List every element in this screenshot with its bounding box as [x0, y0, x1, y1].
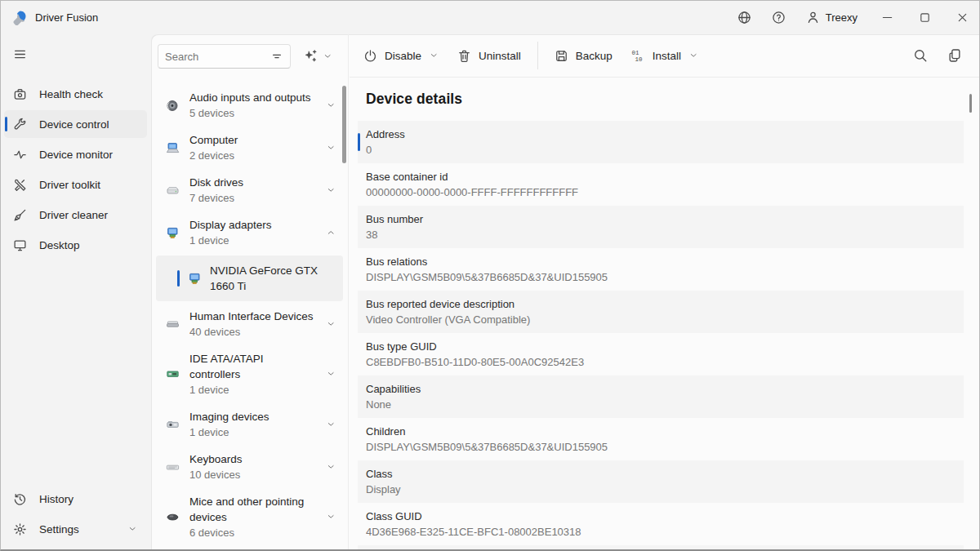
detail-row[interactable]: Bus relations DISPLAY\GSM5B09\5&37B6685D…	[358, 248, 964, 291]
device-category-item[interactable]: Keyboards 10 devices	[156, 446, 343, 488]
detail-row[interactable]: Bus number 38	[358, 206, 964, 248]
category-device-count: 7 devices	[189, 190, 317, 206]
detail-row[interactable]: Address 0	[358, 121, 964, 163]
wrench-icon	[13, 118, 27, 131]
sidebar-item-desktop[interactable]: Desktop	[4, 231, 147, 259]
trash-icon	[457, 49, 471, 63]
detail-value: 0	[366, 142, 964, 158]
install-button[interactable]: 0110 Install	[621, 42, 708, 69]
power-icon	[363, 49, 377, 63]
partial-next-row	[358, 545, 964, 551]
detail-row[interactable]: Base container id 00000000-0000-0000-FFF…	[358, 163, 964, 206]
menu-toggle-button[interactable]	[6, 41, 33, 67]
sidebar-item-history[interactable]: History	[4, 485, 147, 513]
sidebar-item-label: Device monitor	[39, 149, 113, 161]
maximize-button[interactable]	[906, 0, 942, 34]
category-name: Imaging devices	[189, 409, 317, 424]
detail-label: Capabilities	[366, 381, 964, 397]
minimize-icon	[881, 11, 893, 24]
sidebar-item-label: Settings	[39, 523, 79, 535]
detail-row[interactable]: Class GUID 4D36E968-E325-11CE-BFC1-08002…	[358, 503, 964, 545]
history-icon	[13, 492, 27, 506]
sidebar-item-label: Health check	[39, 88, 103, 100]
device-category-item[interactable]: IDE ATA/ATAPI controllers 1 device	[156, 345, 343, 403]
pulse-icon	[13, 148, 27, 162]
sidebar-item-driver-cleaner[interactable]: Driver cleaner	[4, 201, 147, 229]
device-category-item[interactable]: Computer 2 devices	[156, 127, 343, 169]
device-name: NVIDIA GeForce GTX 1660 Ti	[210, 263, 328, 294]
disable-button[interactable]: Disable	[354, 42, 448, 69]
sidebar-item-health-check[interactable]: Health check	[4, 80, 147, 108]
device-category-item[interactable]: Human Interface Devices 40 devices	[156, 303, 343, 345]
sidebar-item-device-control[interactable]: Device control	[4, 110, 147, 138]
desktop-icon	[13, 238, 27, 252]
binary-icon: 0110	[630, 48, 645, 63]
detail-label: Class	[366, 466, 964, 482]
sidebar-item-settings[interactable]: Settings	[4, 515, 147, 543]
chevron-down-icon	[127, 524, 138, 535]
sidebar-item-driver-toolkit[interactable]: Driver toolkit	[4, 171, 147, 198]
category-name: IDE ATA/ATAPI controllers	[189, 351, 317, 382]
computer-device-icon	[165, 141, 180, 155]
details-scrollbar-thumb[interactable]	[969, 94, 972, 113]
detail-row[interactable]: Children DISPLAY\GSM5B09\5&37B6685D&37&U…	[358, 418, 964, 460]
minimize-button[interactable]	[869, 0, 905, 34]
category-device-count: 1 device	[189, 382, 317, 398]
sidebar-item-label: History	[39, 493, 74, 505]
category-name: Disk drives	[189, 175, 317, 190]
backup-button[interactable]: Backup	[546, 42, 621, 69]
copy-button[interactable]	[939, 41, 970, 70]
chevron-down-icon	[326, 512, 337, 522]
account-button[interactable]: Treexy	[796, 0, 867, 34]
smart-actions-button[interactable]	[298, 45, 338, 68]
language-globe-button[interactable]	[728, 0, 762, 34]
category-name: Human Interface Devices	[189, 309, 317, 324]
detail-row[interactable]: Bus type GUID C8EBDFB0-B510-11D0-80E5-00…	[358, 333, 964, 375]
device-search[interactable]	[158, 44, 291, 69]
category-device-count: 2 devices	[189, 148, 317, 163]
device-category-item[interactable]: Mice and other pointing devices 6 device…	[156, 488, 343, 546]
device-item[interactable]: NVIDIA GeForce GTX 1660 Ti	[156, 256, 343, 301]
category-device-count: 5 devices	[189, 105, 317, 121]
detail-value: C8EBDFB0-B510-11D0-80E5-00A0C92542E3	[366, 354, 964, 370]
detail-label: Children	[366, 424, 964, 439]
gear-icon	[13, 522, 27, 536]
search-details-button[interactable]	[905, 41, 936, 70]
toolkit-icon	[13, 178, 27, 192]
ide-device-icon	[165, 367, 180, 381]
device-list-scrollbar-thumb[interactable]	[342, 86, 346, 163]
main-area: Disable Uninstall Backup 0110 Install	[350, 34, 980, 551]
chevron-down-icon	[326, 143, 337, 153]
device-category-item[interactable]: Disk drives 7 devices	[156, 169, 343, 211]
chevron-down-icon	[429, 51, 439, 61]
device-category-item[interactable]: Display adapters 1 device	[156, 211, 343, 254]
device-category-item[interactable]: Audio inputs and outputs 5 devices	[156, 84, 343, 127]
detail-value: 38	[366, 227, 964, 242]
chevron-down-icon	[326, 319, 337, 330]
uninstall-button[interactable]: Uninstall	[448, 42, 530, 69]
speaker-device-icon	[165, 99, 180, 113]
sidebar-item-device-monitor[interactable]: Device monitor	[4, 140, 147, 168]
detail-value: Video Controller (VGA Compatible)	[366, 312, 964, 327]
mouse-device-icon	[165, 510, 180, 524]
detail-label: Class GUID	[366, 509, 964, 524]
detail-row[interactable]: Capabilities None	[358, 375, 964, 418]
toolbar-separator	[537, 42, 538, 69]
selection-accent-bar	[177, 270, 180, 287]
details-title: Device details	[366, 91, 462, 108]
chevron-down-icon	[326, 420, 337, 430]
search-input[interactable]	[165, 51, 270, 63]
category-name: Mice and other pointing devices	[189, 494, 317, 525]
chevron-down-icon	[326, 185, 337, 196]
hid-device-icon	[165, 318, 180, 331]
close-button[interactable]	[944, 0, 980, 34]
display-device-icon	[187, 272, 203, 286]
detail-row[interactable]: Class Display	[358, 460, 964, 503]
sidebar-item-label: Driver toolkit	[39, 179, 100, 191]
help-button[interactable]	[762, 0, 796, 34]
device-category-item[interactable]: Imaging devices 1 device	[156, 403, 343, 446]
toolbar: Disable Uninstall Backup 0110 Install	[350, 34, 980, 78]
detail-row[interactable]: Bus reported device description Video Co…	[358, 291, 964, 333]
category-name: Keyboards	[189, 451, 317, 467]
close-icon	[956, 11, 969, 24]
